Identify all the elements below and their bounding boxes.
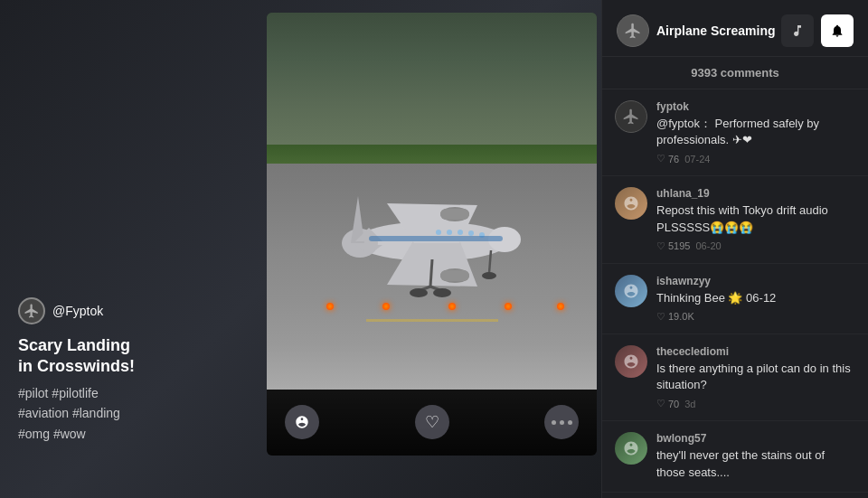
more-icon [552,420,572,425]
heart-icon: ♡ [656,153,665,164]
creator-username: @Fyptok [52,304,103,318]
heart-icon: ♡ [656,240,665,252]
comment-likes: ♡ 19.0K [656,311,694,323]
comment-meta: ♡ 70 3d [656,398,855,409]
comment-date: 06-20 [695,240,721,251]
comment-avatar [615,187,647,220]
creator-avatar [18,297,45,324]
track-info: Airplane Screaming [617,14,776,47]
right-header: Airplane Screaming [602,0,868,57]
track-title: Airplane Screaming [656,23,776,38]
video-hashtags: #pilot #pilotlife #aviation #landing #om… [18,383,135,444]
comment-text: they'll never get the stains out of thos… [656,447,855,480]
runway-light [557,303,564,310]
comment-username: thececlediomi [656,345,855,358]
svg-line-12 [430,259,432,287]
comment-username: bwlong57 [656,432,855,445]
svg-point-18 [482,272,496,279]
avatar-icon [622,108,640,126]
left-text-area: @Fyptok Scary Landing in Crosswinds! #pi… [18,297,135,444]
heart-icon: ♡ [656,311,665,323]
comment-avatar [615,100,647,133]
runway-scene [267,13,597,390]
heart-icon: ♡ [656,398,665,409]
track-avatar [617,14,649,47]
avatar-icon [623,195,639,211]
comment-avatar [615,275,647,307]
avatar-icon [623,283,639,299]
comment-likes: ♡ 70 [656,398,679,409]
creator-avatar-icon [24,303,40,319]
svg-point-22 [447,230,452,235]
bell-icon [830,23,844,38]
comments-header: 9393 comments [602,57,868,89]
comment-item: fyptok @fyptok： Performed safely by prof… [602,89,868,176]
comment-date: 07-24 [684,154,710,164]
comments-count: 9393 comments [691,66,779,80]
avatar-icon [623,353,639,370]
svg-rect-24 [369,236,503,241]
sound-button[interactable] [781,14,814,47]
svg-point-23 [436,230,441,235]
comment-likes: ♡ 5195 [656,240,690,252]
comment-body: ishawnzyy Thinking Bee 🌟 06-12 ♡ 19.0K [656,275,855,323]
play-icon [295,415,309,429]
comment-text: Is there anything a pilot can do in this… [656,361,855,393]
comment-meta: ♡ 19.0K [656,311,855,323]
airplane-svg [315,169,550,314]
header-buttons [781,14,854,47]
airplane-icon [624,22,642,40]
more-button[interactable] [544,405,579,439]
svg-point-20 [468,230,474,236]
comment-body: thececlediomi Is there anything a pilot … [656,345,855,409]
comment-body: bwlong57 they'll never get the stains ou… [656,432,855,480]
heart-icon: ♡ [425,412,439,432]
comment-text: @fyptok： Performed safely by professiona… [656,116,855,148]
username-row: @Fyptok [18,297,135,324]
video-caption: Scary Landing in Crosswinds! [18,335,135,378]
svg-point-21 [458,230,463,235]
comment-avatar [615,345,647,378]
bell-button[interactable] [821,14,854,47]
comment-likes: ♡ 76 [656,153,679,164]
svg-rect-9 [440,270,469,281]
comment-avatar [615,432,647,465]
sky [267,13,597,164]
comments-list[interactable]: fyptok @fyptok： Performed safely by prof… [602,89,868,498]
sound-icon [790,23,805,38]
video-controls: ♡ [267,390,597,456]
comment-item: bwlong57 they'll never get the stains ou… [602,421,868,492]
right-panel: Airplane Screaming 9393 comments [601,0,868,498]
comment-item: uhlana_19 Repost this with Tokyo drift a… [602,176,868,263]
avatar-icon [623,440,639,456]
comment-username: ishawnzyy [656,275,855,287]
svg-point-16 [433,288,451,297]
video-frame[interactable]: ♡ [267,13,597,456]
play-button[interactable] [285,405,319,439]
comment-body: fyptok @fyptok： Performed safely by prof… [656,100,855,164]
like-button[interactable]: ♡ [415,405,449,439]
comment-meta: ♡ 5195 06-20 [656,240,855,252]
comment-username: uhlana_19 [656,187,855,200]
svg-rect-11 [440,209,469,220]
comment-item: thececlediomi Is there anything a pilot … [602,334,868,421]
left-panel: ♡ @Fyptok Scary Landing in Crosswin [0,0,601,498]
comment-text: Thinking Bee 🌟 06-12 [656,290,855,306]
comment-username: fyptok [656,100,855,113]
comment-item: ishawnzyy Thinking Bee 🌟 06-12 ♡ 19.0K [602,264,868,334]
svg-point-15 [410,288,428,297]
comment-meta: ♡ 76 07-24 [656,153,855,164]
comment-body: uhlana_19 Repost this with Tokyo drift a… [656,187,855,251]
comment-text: Repost this with Tokyo drift audio PLSSS… [656,202,855,235]
comment-date: 3d [684,399,695,409]
